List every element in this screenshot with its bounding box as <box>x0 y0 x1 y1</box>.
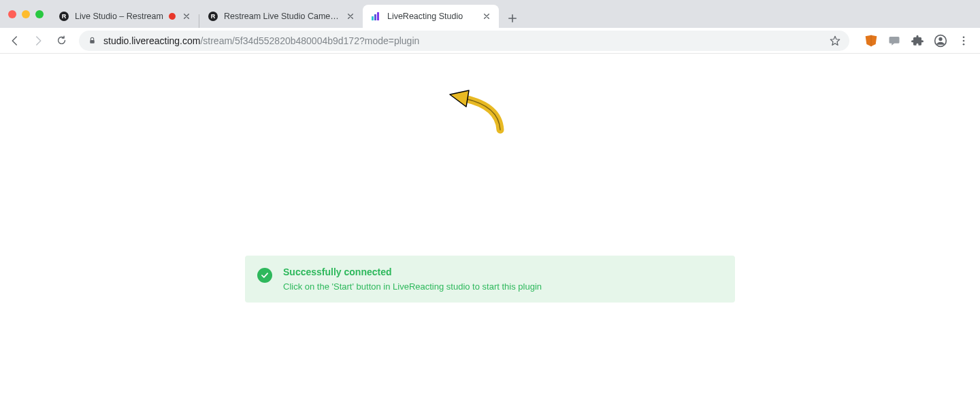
restream-favicon-icon: R <box>208 11 218 22</box>
svg-rect-5 <box>374 14 376 20</box>
window-minimize-button[interactable] <box>22 10 30 18</box>
check-circle-icon <box>257 268 272 283</box>
svg-rect-6 <box>377 12 379 20</box>
tab-restream-camera[interactable]: R Restream Live Studio Camera F <box>199 5 363 28</box>
tabs-row: R Live Studio – Restream R Restream Live… <box>50 0 522 28</box>
address-bar[interactable]: studio.livereacting.com/stream/5f34d5528… <box>79 31 849 51</box>
recording-indicator-icon <box>169 13 176 20</box>
url-text: studio.livereacting.com/stream/5f34d5528… <box>103 35 419 46</box>
svg-point-12 <box>963 43 965 45</box>
window-fullscreen-button[interactable] <box>35 10 44 18</box>
tab-close-button[interactable] <box>481 11 492 22</box>
alert-subtitle: Click on the 'Start' button in LiveReact… <box>283 281 542 292</box>
metamask-extension-icon[interactable] <box>864 34 878 48</box>
livereacting-favicon-icon <box>371 11 382 22</box>
annotation-arrow-icon <box>446 89 507 137</box>
success-alert: Successfully connected Click on the 'Sta… <box>245 256 735 303</box>
tab-livereacting-studio[interactable]: LiveReacting Studio <box>363 5 499 28</box>
lock-icon <box>87 36 97 46</box>
svg-text:R: R <box>62 13 67 20</box>
restream-favicon-icon: R <box>59 11 69 22</box>
svg-rect-7 <box>90 40 95 44</box>
svg-point-11 <box>963 39 965 41</box>
page-content: Successfully connected Click on the 'Sta… <box>0 54 980 414</box>
svg-point-10 <box>963 36 965 38</box>
tab-restream-live-studio[interactable]: R Live Studio – Restream <box>50 5 199 28</box>
bookmark-star-icon[interactable] <box>829 35 841 47</box>
back-button[interactable] <box>5 31 24 50</box>
svg-point-9 <box>938 37 942 40</box>
extensions-puzzle-icon[interactable] <box>911 34 924 48</box>
tab-title: Live Studio – Restream <box>75 12 163 21</box>
svg-text:R: R <box>211 13 216 20</box>
tab-close-button[interactable] <box>181 11 192 22</box>
url-host: studio.livereacting.com <box>103 35 200 46</box>
reload-button[interactable] <box>52 31 71 50</box>
extension-icons <box>858 34 975 48</box>
svg-rect-4 <box>372 16 374 20</box>
window-close-button[interactable] <box>8 10 16 18</box>
tab-close-button[interactable] <box>345 11 356 22</box>
tab-title: Restream Live Studio Camera F <box>224 12 340 21</box>
url-path: /stream/5f34d552820b480004b9d172?mode=pl… <box>200 35 419 46</box>
tab-title: LiveReacting Studio <box>387 12 476 21</box>
chrome-menu-icon[interactable] <box>957 34 970 48</box>
new-tab-button[interactable] <box>503 9 522 28</box>
alert-text: Successfully connected Click on the 'Sta… <box>283 266 542 292</box>
alert-title: Successfully connected <box>283 266 542 277</box>
window-controls <box>5 10 50 18</box>
chat-extension-icon[interactable] <box>887 34 901 48</box>
profile-avatar-icon[interactable] <box>934 34 947 48</box>
browser-toolbar: studio.livereacting.com/stream/5f34d5528… <box>0 28 980 54</box>
browser-tabstrip: R Live Studio – Restream R Restream Live… <box>0 0 980 28</box>
forward-button[interactable] <box>29 31 48 50</box>
